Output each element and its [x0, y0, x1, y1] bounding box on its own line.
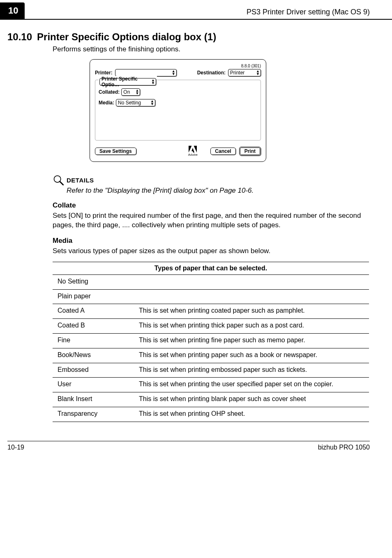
media-value: No Setting: [118, 100, 141, 106]
table-row: Blank InsertThis is set when printing bl…: [53, 392, 369, 407]
paper-type-desc: This is set when printing thick paper su…: [139, 319, 369, 334]
save-settings-button[interactable]: Save Settings: [95, 148, 136, 155]
section-title: Printer Specific Options dialog box (1): [37, 31, 216, 43]
details-callout: DETAILS Refer to the "Displaying the [Pr…: [53, 174, 370, 195]
table-row: Plain paper: [53, 289, 369, 304]
paper-type-desc: This is set when printing coated paper s…: [139, 304, 369, 319]
media-body: Sets various types of paper sizes as the…: [53, 247, 370, 256]
media-heading: Media: [53, 237, 370, 245]
table-row: Coated AThis is set when printing coated…: [53, 304, 369, 319]
paper-type-desc: This is set when printing OHP sheet.: [139, 407, 369, 422]
media-select[interactable]: No Setting ▲▼: [116, 99, 155, 106]
table-row: UserThis is set when printing the user s…: [53, 378, 369, 392]
paper-type-desc: [139, 289, 369, 304]
collate-heading: Collate: [53, 201, 370, 210]
collated-value: On: [123, 89, 130, 95]
printer-select[interactable]: ▲▼: [115, 69, 177, 76]
print-button[interactable]: Print: [239, 147, 261, 156]
updown-icon: ▲▼: [135, 89, 138, 95]
paper-type-name: Blank Insert: [53, 392, 139, 407]
chapter-number: 10: [0, 2, 25, 19]
svg-line-1: [60, 182, 63, 185]
updown-icon: ▲▼: [256, 70, 259, 76]
category-value: Printer Specific Optio…: [101, 76, 151, 88]
section-heading: 10.10 Printer Specific Options dialog bo…: [7, 31, 370, 43]
page-footer: 10-19 bizhub PRO 1050: [7, 441, 370, 451]
updown-icon: ▲▼: [151, 79, 154, 85]
product-name: bizhub PRO 1050: [318, 444, 370, 451]
page-number: 10-19: [7, 444, 24, 451]
destination-label: Destination:: [197, 70, 226, 76]
print-dialog: 8.8.0 (301) Printer: ▲▼ Destination: Pri…: [90, 59, 266, 162]
collated-label: Collated:: [99, 89, 120, 95]
paper-type-desc: This is set when printing paper such as …: [139, 348, 369, 363]
paper-type-name: Coated B: [53, 319, 139, 334]
adobe-caption: Adobe: [188, 153, 198, 157]
paper-type-name: Transparency: [53, 407, 139, 422]
paper-type-name: Fine: [53, 334, 139, 348]
category-select[interactable]: Printer Specific Optio… ▲▼: [99, 78, 156, 85]
table-row: FineThis is set when printing fine paper…: [53, 334, 369, 348]
paper-type-desc: This is set when printing the user speci…: [139, 378, 369, 392]
adobe-logo: Adobe: [188, 145, 198, 157]
table-row: No Setting: [53, 274, 369, 289]
destination-value: Printer: [230, 70, 244, 76]
table-row: Book/NewsThis is set when printing paper…: [53, 348, 369, 363]
dialog-version: 8.8.0 (301): [95, 64, 261, 68]
paper-type-name: Book/News: [53, 348, 139, 363]
paper-type-name: User: [53, 378, 139, 392]
page-header: 10 PS3 Printer Driver setting (Mac OS 9): [0, 0, 392, 20]
magnifier-icon: [53, 174, 64, 186]
destination-select[interactable]: Printer ▲▼: [228, 69, 261, 76]
paper-type-name: Coated A: [53, 304, 139, 319]
media-label: Media:: [99, 100, 114, 106]
paper-types-table: Types of paper that can be selected. No …: [53, 262, 369, 422]
dialog-options-group: Printer Specific Optio… ▲▼ Collated: On …: [95, 80, 261, 141]
paper-type-desc: This is set when printing fine paper suc…: [139, 334, 369, 348]
paper-type-desc: [139, 274, 369, 289]
table-row: EmbossedThis is set when printing emboss…: [53, 363, 369, 378]
paper-type-name: No Setting: [53, 274, 139, 289]
paper-type-desc: This is set when printing embossed paper…: [139, 363, 369, 378]
paper-type-desc: This is set when printing blank paper su…: [139, 392, 369, 407]
collate-body: Sets [ON] to print the required number o…: [53, 211, 370, 230]
table-caption: Types of paper that can be selected.: [53, 262, 369, 274]
section-number: 10.10: [7, 31, 32, 43]
printer-label: Printer:: [95, 70, 113, 76]
paper-type-name: Embossed: [53, 363, 139, 378]
details-label: DETAILS: [67, 177, 94, 184]
cancel-button[interactable]: Cancel: [210, 148, 235, 155]
paper-type-name: Plain paper: [53, 289, 139, 304]
section-intro: Performs settings of the finishing optio…: [53, 45, 370, 53]
table-row: Coated BThis is set when printing thick …: [53, 319, 369, 334]
table-row: TransparencyThis is set when printing OH…: [53, 407, 369, 422]
header-title: PS3 Printer Driver setting (Mac OS 9): [247, 8, 392, 19]
updown-icon: ▲▼: [150, 100, 153, 106]
collated-select[interactable]: On ▲▼: [121, 88, 140, 96]
updown-icon: ▲▼: [172, 70, 175, 76]
details-text: Refer to the "Displaying the [Print] dia…: [67, 187, 370, 195]
